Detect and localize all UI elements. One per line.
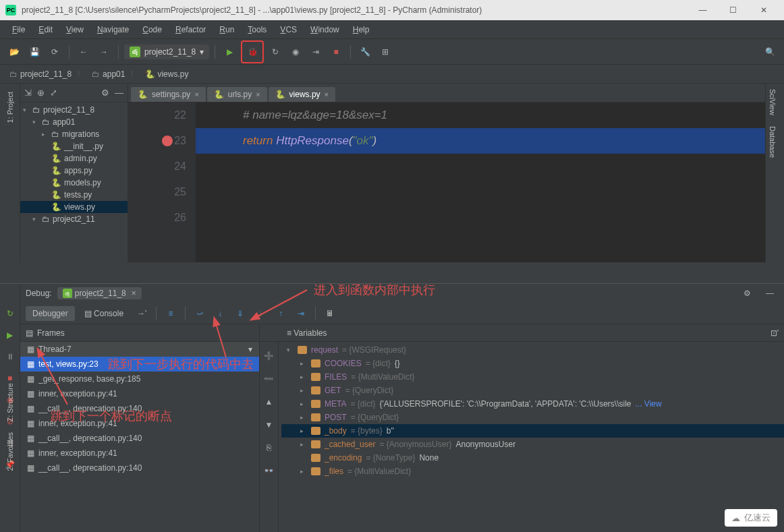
project-tab[interactable]: 1: Project	[3, 86, 17, 128]
show-execution-icon[interactable]: ≡	[162, 305, 179, 322]
variables-list[interactable]: ▾request = {WSGIRequest} ▸COOKIES = {dic…	[260, 342, 784, 532]
code-line-23[interactable]: return HttpResponse("ok")	[196, 128, 765, 154]
copy-icon[interactable]: ⎘	[260, 439, 278, 456]
close-icon[interactable]: ×	[132, 289, 136, 298]
coverage-icon[interactable]: ↻	[267, 43, 284, 61]
minimize-button[interactable]: —	[688, 0, 718, 20]
collapse-icon[interactable]: ⇲	[24, 88, 32, 98]
frame-item[interactable]: ▦test, views.py:23	[20, 357, 259, 372]
step-into-icon[interactable]: ↓	[211, 305, 229, 322]
stop-icon[interactable]: ■	[327, 43, 345, 61]
menu-window[interactable]: Window	[304, 22, 346, 37]
editor-code[interactable]: # name=lqz&age=18&sex=1return HttpRespon…	[196, 102, 765, 262]
menu-run[interactable]: Run	[213, 22, 241, 37]
debug-button-highlighted[interactable]: 🐞	[241, 40, 264, 63]
frame-item[interactable]: ▦__call__, deprecation.py:140	[20, 431, 259, 446]
close-icon[interactable]: ×	[325, 90, 329, 98]
hide-icon[interactable]: —	[115, 88, 123, 98]
variable-item[interactable]: ▾request = {WSGIRequest}	[281, 343, 784, 357]
pause-icon[interactable]: ⏸	[2, 349, 18, 365]
back-icon[interactable]: ←	[75, 43, 92, 61]
settings-icon[interactable]: 🔧	[356, 43, 374, 61]
menu-vcs[interactable]: VCS	[273, 22, 304, 37]
run-config-selector[interactable]: dj project2_11_8 ▾	[124, 45, 209, 59]
menu-help[interactable]: Help	[346, 22, 376, 37]
variable-item[interactable]: ▸FILES = {MultiValueDict}	[281, 370, 784, 384]
new-watch-icon[interactable]: ➕	[260, 347, 278, 365]
debug-run-config[interactable]: dj project2_11_8 ×	[57, 287, 142, 299]
variable-item[interactable]: ▸_body = {bytes} b''	[281, 424, 784, 438]
database-tab[interactable]: Database	[766, 121, 779, 163]
resume-icon[interactable]: ▶	[2, 327, 18, 343]
editor-gutter[interactable]: 2223242526	[128, 102, 196, 262]
breakpoint-icon[interactable]	[162, 136, 173, 146]
tree-item[interactable]: ▾🗀app01	[20, 116, 128, 128]
crumb-project2_11_8[interactable]: 🗀project2_11_8	[5, 68, 88, 80]
up-icon[interactable]: ▲	[260, 393, 278, 411]
menu-tools[interactable]: Tools	[241, 22, 273, 37]
tree-item[interactable]: 🐍models.py	[20, 177, 128, 189]
hide-icon[interactable]: —	[761, 285, 779, 302]
code-line-24[interactable]	[196, 154, 765, 179]
run-to-cursor-icon[interactable]: ⇥	[292, 305, 310, 322]
save-icon[interactable]: 💾	[26, 43, 43, 61]
menu-edit[interactable]: Edit	[32, 22, 59, 37]
close-icon[interactable]: ×	[256, 90, 260, 98]
thread-selector[interactable]: ▦ Thread-7 ▾	[20, 342, 259, 357]
structure-icon[interactable]: ⊞	[376, 43, 394, 61]
editor-tab-views.py[interactable]: 🐍views.py×	[269, 87, 335, 102]
step-over-icon[interactable]: ⤻	[191, 305, 208, 322]
menu-code[interactable]: Code	[136, 22, 169, 37]
tree-item[interactable]: 🐍tests.py	[20, 189, 128, 201]
remove-watch-icon[interactable]: ➖	[260, 370, 278, 388]
variable-item[interactable]: _encoding = {NoneType} None	[281, 451, 784, 465]
frame-item[interactable]: ▦inner, exception.py:41	[20, 386, 259, 401]
menu-view[interactable]: View	[59, 22, 90, 37]
variable-item[interactable]: ▸POST = {QueryDict}	[281, 411, 784, 424]
crumb-views.py[interactable]: 🐍views.py	[141, 68, 198, 80]
gear-icon[interactable]: ⚙	[101, 88, 109, 98]
variable-item[interactable]: ▸COOKIES = {dict} {}	[281, 357, 784, 370]
more-icon[interactable]: →'	[133, 305, 150, 322]
restore-icon[interactable]: ⊡'	[771, 328, 779, 338]
refresh-icon[interactable]: ⟳	[46, 43, 63, 61]
variable-item[interactable]: ▸_files = {MultiValueDict}	[281, 465, 784, 478]
favorites-tab[interactable]: 2: Favorites	[3, 427, 17, 476]
editor-tab-urls.py[interactable]: 🐍urls.py×	[207, 87, 267, 102]
menu-file[interactable]: File	[5, 22, 32, 37]
frame-item[interactable]: ▦__call__, deprecation.py:140	[20, 461, 259, 475]
structure-tab[interactable]: Z: Structure	[3, 378, 17, 427]
frame-item[interactable]: ▦inner, exception.py:41	[20, 416, 259, 431]
editor-tab-settings.py[interactable]: 🐍settings.py×	[131, 87, 206, 102]
tree-item[interactable]: ▸🗀migrations	[20, 128, 128, 140]
frame-item[interactable]: ▦inner, exception.py:41	[20, 446, 259, 461]
crumb-app01[interactable]: 🗀app01	[88, 68, 141, 80]
step-into-mycode-icon[interactable]: ⇣	[252, 305, 269, 322]
code-line-25[interactable]	[196, 179, 765, 205]
variable-item[interactable]: ▸_cached_user = {AnonymousUser} Anonymou…	[281, 438, 784, 451]
tree-item[interactable]: 🐍__init__.py	[20, 140, 128, 152]
tree-item[interactable]: 🐍admin.py	[20, 152, 128, 165]
menu-navigate[interactable]: Navigate	[90, 22, 136, 37]
select-opened-icon[interactable]: ⊕	[37, 88, 45, 98]
tree-item[interactable]: 🐍views.py	[20, 201, 128, 213]
run-icon[interactable]: ▶	[221, 43, 238, 61]
glasses-icon[interactable]: 👓	[260, 462, 278, 479]
code-line-26[interactable]	[196, 205, 765, 231]
search-icon[interactable]: 🔍	[761, 43, 779, 61]
evaluate-icon[interactable]: 🖩	[321, 305, 339, 322]
close-icon[interactable]: ×	[194, 90, 198, 98]
expand-icon[interactable]: ⤢	[50, 88, 57, 98]
code-line-22[interactable]: # name=lqz&age=18&sex=1	[196, 102, 765, 128]
sciview-tab[interactable]: SciView	[766, 84, 779, 121]
frames-list[interactable]: ▦test, views.py:23▦_get_response, base.p…	[20, 357, 259, 532]
down-icon[interactable]: ▼	[260, 416, 278, 434]
frame-item[interactable]: ▦_get_response, base.py:185	[20, 372, 259, 386]
debugger-tab[interactable]: Debugger	[26, 306, 75, 321]
maximize-button[interactable]: ☐	[718, 0, 748, 20]
tree-item[interactable]: 🐍apps.py	[20, 165, 128, 177]
rerun-icon[interactable]: ↻	[2, 305, 18, 322]
frame-item[interactable]: ▦__call__, deprecation.py:140	[20, 401, 259, 416]
variable-item[interactable]: ▸GET = {QueryDict}	[281, 384, 784, 397]
gear-icon[interactable]: ⚙	[738, 285, 756, 302]
